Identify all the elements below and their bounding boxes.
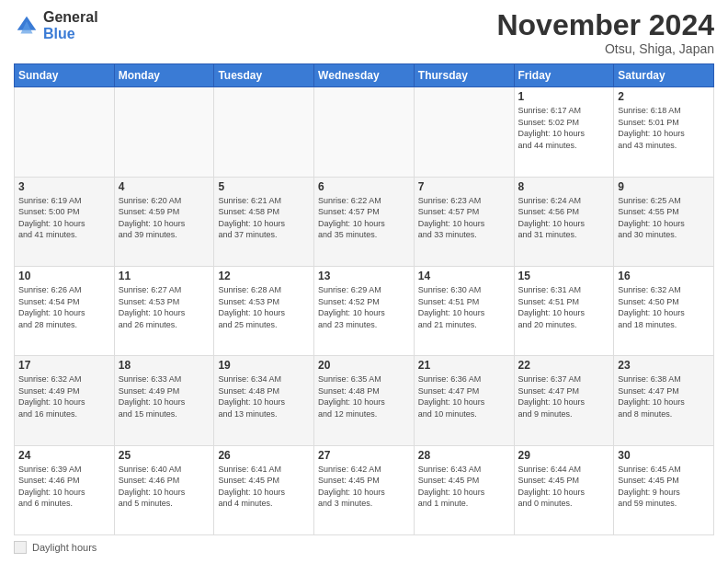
day-number: 26 — [218, 449, 310, 462]
day-number: 9 — [618, 180, 710, 193]
day-info: Sunrise: 6:40 AMSunset: 4:46 PMDaylight:… — [119, 464, 210, 510]
day-info: Sunrise: 6:20 AMSunset: 4:59 PMDaylight:… — [119, 195, 210, 241]
calendar-table: Sunday Monday Tuesday Wednesday Thursday… — [14, 63, 714, 535]
calendar-cell-w3-d4: 21Sunrise: 6:36 AMSunset: 4:47 PMDayligh… — [414, 356, 514, 445]
day-number: 7 — [418, 180, 510, 193]
day-info: Sunrise: 6:21 AMSunset: 4:58 PMDaylight:… — [218, 195, 310, 241]
day-number: 30 — [618, 449, 710, 462]
calendar-cell-w4-d5: 29Sunrise: 6:44 AMSunset: 4:45 PMDayligh… — [514, 445, 614, 534]
day-number: 5 — [218, 180, 310, 193]
calendar-cell-w4-d6: 30Sunrise: 6:45 AMSunset: 4:45 PMDayligh… — [614, 445, 714, 534]
calendar-cell-w3-d5: 22Sunrise: 6:37 AMSunset: 4:47 PMDayligh… — [514, 356, 614, 445]
day-number: 15 — [518, 270, 610, 282]
week-row-4: 17Sunrise: 6:32 AMSunset: 4:49 PMDayligh… — [15, 356, 714, 445]
calendar-cell-w1-d4: 7Sunrise: 6:23 AMSunset: 4:57 PMDaylight… — [414, 177, 514, 266]
day-number: 14 — [418, 270, 510, 282]
day-number: 16 — [618, 270, 710, 282]
day-number: 12 — [218, 270, 310, 282]
day-number: 1 — [518, 90, 610, 103]
day-info: Sunrise: 6:45 AMSunset: 4:45 PMDaylight:… — [618, 464, 710, 510]
calendar-cell-w0-d3 — [314, 87, 415, 177]
day-number: 10 — [18, 270, 110, 282]
day-info: Sunrise: 6:43 AMSunset: 4:45 PMDaylight:… — [418, 464, 510, 510]
day-info: Sunrise: 6:30 AMSunset: 4:51 PMDaylight:… — [418, 284, 510, 330]
col-wednesday: Wednesday — [314, 64, 415, 87]
calendar-cell-w4-d1: 25Sunrise: 6:40 AMSunset: 4:46 PMDayligh… — [114, 445, 214, 534]
day-info: Sunrise: 6:22 AMSunset: 4:57 PMDaylight:… — [318, 195, 410, 241]
day-info: Sunrise: 6:17 AMSunset: 5:02 PMDaylight:… — [518, 105, 610, 151]
calendar-cell-w1-d0: 3Sunrise: 6:19 AMSunset: 5:00 PMDaylight… — [15, 177, 115, 266]
day-number: 25 — [119, 449, 210, 462]
calendar-cell-w2-d0: 10Sunrise: 6:26 AMSunset: 4:54 PMDayligh… — [15, 266, 115, 355]
day-info: Sunrise: 6:23 AMSunset: 4:57 PMDaylight:… — [418, 195, 510, 241]
calendar-cell-w3-d3: 20Sunrise: 6:35 AMSunset: 4:48 PMDayligh… — [314, 356, 415, 445]
calendar-cell-w2-d1: 11Sunrise: 6:27 AMSunset: 4:53 PMDayligh… — [114, 266, 214, 355]
calendar-cell-w0-d6: 2Sunrise: 6:18 AMSunset: 5:01 PMDaylight… — [614, 87, 714, 177]
week-row-2: 3Sunrise: 6:19 AMSunset: 5:00 PMDaylight… — [15, 177, 714, 266]
daylight-hours-label: Daylight hours — [32, 542, 97, 553]
day-info: Sunrise: 6:26 AMSunset: 4:54 PMDaylight:… — [18, 284, 110, 330]
day-info: Sunrise: 6:33 AMSunset: 4:49 PMDaylight:… — [119, 373, 210, 419]
calendar-cell-w0-d2 — [214, 87, 314, 177]
calendar-cell-w3-d0: 17Sunrise: 6:32 AMSunset: 4:49 PMDayligh… — [15, 356, 115, 445]
day-number: 19 — [218, 359, 310, 372]
day-number: 23 — [618, 359, 710, 372]
day-info: Sunrise: 6:39 AMSunset: 4:46 PMDaylight:… — [18, 464, 110, 510]
calendar-cell-w4-d2: 26Sunrise: 6:41 AMSunset: 4:45 PMDayligh… — [214, 445, 314, 534]
calendar-cell-w2-d4: 14Sunrise: 6:30 AMSunset: 4:51 PMDayligh… — [414, 266, 514, 355]
day-number: 8 — [518, 180, 610, 193]
day-number: 11 — [119, 270, 210, 282]
day-number: 2 — [618, 90, 710, 103]
calendar-cell-w1-d1: 4Sunrise: 6:20 AMSunset: 4:59 PMDaylight… — [114, 177, 214, 266]
calendar-cell-w4-d3: 27Sunrise: 6:42 AMSunset: 4:45 PMDayligh… — [314, 445, 415, 534]
logo-text: General Blue — [43, 9, 98, 41]
day-info: Sunrise: 6:19 AMSunset: 5:00 PMDaylight:… — [18, 195, 110, 241]
col-saturday: Saturday — [614, 64, 714, 87]
calendar-cell-w3-d2: 19Sunrise: 6:34 AMSunset: 4:48 PMDayligh… — [214, 356, 314, 445]
day-number: 28 — [418, 449, 510, 462]
day-info: Sunrise: 6:35 AMSunset: 4:48 PMDaylight:… — [318, 373, 410, 419]
calendar-cell-w3-d1: 18Sunrise: 6:33 AMSunset: 4:49 PMDayligh… — [114, 356, 214, 445]
header: General Blue November 2024 Otsu, Shiga, … — [14, 9, 714, 56]
calendar-cell-w0-d0 — [15, 87, 115, 177]
calendar-cell-w0-d1 — [114, 87, 214, 177]
day-info: Sunrise: 6:36 AMSunset: 4:47 PMDaylight:… — [418, 373, 510, 419]
week-row-1: 1Sunrise: 6:17 AMSunset: 5:02 PMDaylight… — [15, 87, 714, 177]
calendar-cell-w3-d6: 23Sunrise: 6:38 AMSunset: 4:47 PMDayligh… — [614, 356, 714, 445]
calendar-cell-w1-d5: 8Sunrise: 6:24 AMSunset: 4:56 PMDaylight… — [514, 177, 614, 266]
day-number: 29 — [518, 449, 610, 462]
col-friday: Friday — [514, 64, 614, 87]
calendar-header: Sunday Monday Tuesday Wednesday Thursday… — [15, 64, 714, 87]
calendar-cell-w2-d2: 12Sunrise: 6:28 AMSunset: 4:53 PMDayligh… — [214, 266, 314, 355]
day-info: Sunrise: 6:31 AMSunset: 4:51 PMDaylight:… — [518, 284, 610, 330]
day-info: Sunrise: 6:29 AMSunset: 4:52 PMDaylight:… — [318, 284, 410, 330]
calendar-cell-w1-d6: 9Sunrise: 6:25 AMSunset: 4:55 PMDaylight… — [614, 177, 714, 266]
day-info: Sunrise: 6:44 AMSunset: 4:45 PMDaylight:… — [518, 464, 610, 510]
month-title: November 2024 — [496, 9, 714, 41]
day-info: Sunrise: 6:25 AMSunset: 4:55 PMDaylight:… — [618, 195, 710, 241]
day-number: 3 — [18, 180, 110, 193]
logo: General Blue — [14, 9, 98, 41]
calendar-cell-w2-d3: 13Sunrise: 6:29 AMSunset: 4:52 PMDayligh… — [314, 266, 415, 355]
day-info: Sunrise: 6:34 AMSunset: 4:48 PMDaylight:… — [218, 373, 310, 419]
day-number: 18 — [119, 359, 210, 372]
day-info: Sunrise: 6:42 AMSunset: 4:45 PMDaylight:… — [318, 464, 410, 510]
logo-general-text: General — [43, 9, 98, 26]
day-info: Sunrise: 6:28 AMSunset: 4:53 PMDaylight:… — [218, 284, 310, 330]
calendar-cell-w1-d2: 5Sunrise: 6:21 AMSunset: 4:58 PMDaylight… — [214, 177, 314, 266]
col-sunday: Sunday — [15, 64, 115, 87]
page: General Blue November 2024 Otsu, Shiga, … — [0, 0, 728, 563]
day-info: Sunrise: 6:41 AMSunset: 4:45 PMDaylight:… — [218, 464, 310, 510]
footer: Daylight hours — [14, 541, 714, 554]
week-row-3: 10Sunrise: 6:26 AMSunset: 4:54 PMDayligh… — [15, 266, 714, 355]
title-area: November 2024 Otsu, Shiga, Japan — [496, 9, 714, 56]
day-info: Sunrise: 6:38 AMSunset: 4:47 PMDaylight:… — [618, 373, 710, 419]
legend-box — [14, 541, 27, 554]
day-info: Sunrise: 6:32 AMSunset: 4:49 PMDaylight:… — [18, 373, 110, 419]
location-subtitle: Otsu, Shiga, Japan — [496, 41, 714, 56]
day-number: 21 — [418, 359, 510, 372]
day-info: Sunrise: 6:27 AMSunset: 4:53 PMDaylight:… — [119, 284, 210, 330]
col-monday: Monday — [114, 64, 214, 87]
calendar-cell-w0-d5: 1Sunrise: 6:17 AMSunset: 5:02 PMDaylight… — [514, 87, 614, 177]
col-tuesday: Tuesday — [214, 64, 314, 87]
